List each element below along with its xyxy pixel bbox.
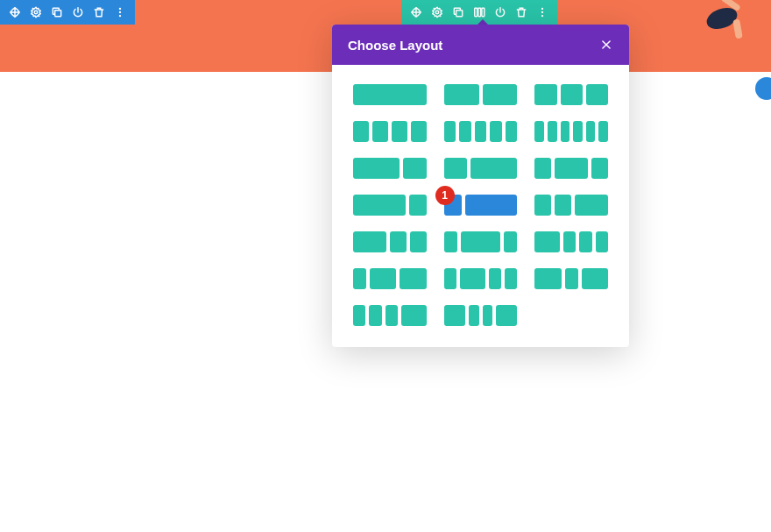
layout-option-4[interactable] bbox=[444, 121, 518, 142]
layout-option-14[interactable] bbox=[534, 231, 608, 252]
trash-icon[interactable] bbox=[515, 6, 527, 18]
layout-col bbox=[483, 305, 493, 326]
layout-col bbox=[369, 305, 381, 326]
layout-option-10[interactable]: 1 bbox=[444, 195, 518, 216]
layout-option-1[interactable] bbox=[444, 84, 518, 105]
layout-col bbox=[505, 268, 517, 289]
add-button-peek[interactable] bbox=[755, 77, 771, 100]
layout-option-19[interactable] bbox=[444, 305, 518, 326]
layout-col bbox=[579, 231, 591, 252]
layout-col bbox=[465, 195, 518, 216]
svg-point-0 bbox=[34, 11, 38, 14]
layout-col bbox=[370, 268, 396, 289]
choose-layout-modal: Choose Layout 1 bbox=[332, 25, 629, 347]
power-icon[interactable] bbox=[72, 6, 84, 18]
layout-col bbox=[470, 158, 517, 179]
modal-title: Choose Layout bbox=[348, 38, 442, 53]
layout-option-2[interactable] bbox=[534, 84, 608, 105]
layout-option-17[interactable] bbox=[534, 268, 608, 289]
layout-col bbox=[444, 268, 456, 289]
layout-col bbox=[534, 195, 551, 216]
layout-option-18[interactable] bbox=[353, 305, 427, 326]
layout-option-15[interactable] bbox=[353, 268, 427, 289]
illustration-person bbox=[690, 0, 760, 46]
gear-icon[interactable] bbox=[30, 6, 42, 18]
layout-col bbox=[561, 121, 570, 142]
layout-col bbox=[598, 121, 608, 142]
columns-icon[interactable] bbox=[473, 6, 485, 18]
layout-col bbox=[534, 231, 560, 252]
svg-rect-7 bbox=[475, 8, 477, 16]
layout-col bbox=[401, 305, 427, 326]
layout-col bbox=[573, 121, 583, 142]
layout-col bbox=[444, 305, 465, 326]
layout-col bbox=[591, 158, 608, 179]
layout-option-11[interactable] bbox=[534, 195, 608, 216]
layout-col bbox=[444, 84, 479, 105]
layout-col bbox=[504, 231, 517, 252]
layout-col bbox=[353, 121, 369, 142]
layout-option-6[interactable] bbox=[353, 158, 427, 179]
layout-col bbox=[563, 231, 576, 252]
layout-col bbox=[353, 305, 365, 326]
layout-col bbox=[575, 195, 608, 216]
layout-col bbox=[582, 268, 608, 289]
layout-col bbox=[444, 231, 457, 252]
svg-rect-1 bbox=[55, 11, 61, 17]
layout-col bbox=[461, 231, 500, 252]
layout-col bbox=[411, 121, 427, 142]
layout-col bbox=[561, 84, 583, 105]
layout-col bbox=[496, 305, 517, 326]
layout-col bbox=[444, 158, 468, 179]
svg-rect-6 bbox=[456, 11, 463, 17]
svg-point-4 bbox=[119, 15, 121, 17]
layout-option-3[interactable] bbox=[353, 121, 427, 142]
layout-col bbox=[483, 84, 518, 105]
layout-col bbox=[555, 195, 571, 216]
more-icon[interactable] bbox=[536, 6, 548, 18]
close-icon[interactable] bbox=[599, 38, 613, 52]
layout-grid: 1 bbox=[353, 84, 608, 326]
duplicate-icon[interactable] bbox=[51, 6, 63, 18]
layout-col bbox=[386, 305, 398, 326]
layout-col bbox=[409, 195, 427, 216]
layout-col bbox=[534, 121, 544, 142]
layout-col bbox=[548, 121, 557, 142]
layout-col bbox=[353, 195, 406, 216]
layout-col bbox=[392, 121, 407, 142]
layout-col bbox=[555, 158, 588, 179]
svg-point-3 bbox=[119, 11, 121, 13]
layout-option-16[interactable] bbox=[444, 268, 518, 289]
layout-col bbox=[586, 84, 608, 105]
layout-col bbox=[400, 268, 426, 289]
layout-col bbox=[534, 84, 556, 105]
layout-col bbox=[490, 121, 502, 142]
layout-col bbox=[353, 268, 366, 289]
layout-col bbox=[469, 305, 479, 326]
layout-option-0[interactable] bbox=[353, 84, 427, 105]
duplicate-icon[interactable] bbox=[452, 6, 464, 18]
move-icon[interactable] bbox=[410, 6, 422, 18]
more-icon[interactable] bbox=[114, 6, 126, 18]
layout-option-13[interactable] bbox=[444, 231, 518, 252]
power-icon[interactable] bbox=[494, 6, 506, 18]
move-icon[interactable] bbox=[9, 6, 21, 18]
layout-col bbox=[403, 158, 427, 179]
svg-point-5 bbox=[435, 11, 439, 14]
trash-icon[interactable] bbox=[93, 6, 105, 18]
layout-col bbox=[586, 121, 596, 142]
layout-col bbox=[534, 158, 551, 179]
layout-col bbox=[444, 121, 456, 142]
layout-option-9[interactable] bbox=[353, 195, 427, 216]
svg-point-10 bbox=[541, 8, 543, 10]
layout-col bbox=[460, 268, 485, 289]
layout-col bbox=[353, 158, 400, 179]
layout-option-12[interactable] bbox=[353, 231, 427, 252]
layout-col bbox=[390, 231, 407, 252]
svg-point-2 bbox=[119, 8, 121, 10]
layout-col bbox=[596, 231, 608, 252]
layout-option-5[interactable] bbox=[534, 121, 608, 142]
layout-option-7[interactable] bbox=[444, 158, 518, 179]
gear-icon[interactable] bbox=[431, 6, 443, 18]
layout-option-8[interactable] bbox=[534, 158, 608, 179]
